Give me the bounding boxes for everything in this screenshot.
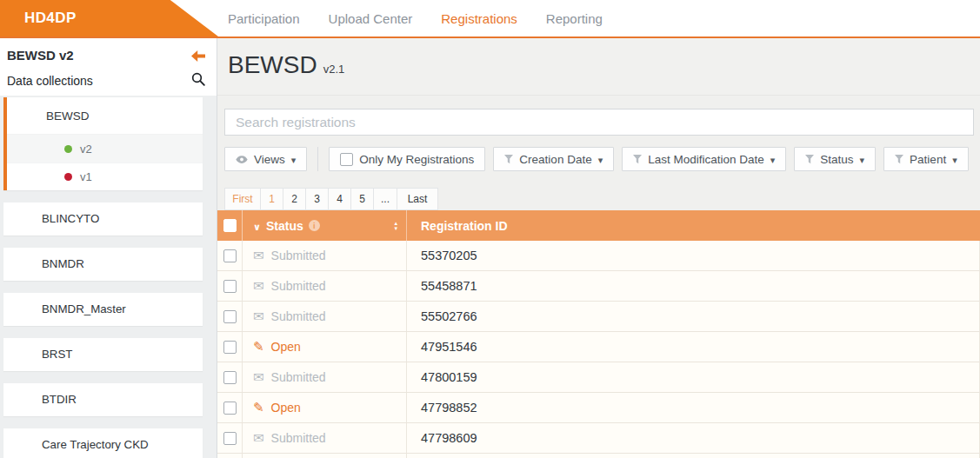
row-status-label: Open — [271, 401, 301, 415]
table-row[interactable]: Submitted 55370205 — [217, 241, 980, 271]
top-bar: HD4DP Participation Upload Center Regist… — [0, 0, 980, 38]
select-all-checkbox[interactable] — [223, 219, 237, 232]
pagination-first[interactable]: First — [225, 189, 261, 209]
creation-date-filter-button[interactable]: Creation Date — [493, 147, 614, 171]
app-logo-text: HD4DP — [24, 10, 77, 26]
table-row[interactable]: Submitted 55458871 — [217, 271, 980, 302]
row-checkbox-cell — [217, 241, 242, 270]
pagination-page-3[interactable]: 3 — [306, 189, 329, 209]
pagination-ellipsis: ... — [374, 189, 397, 209]
row-checkbox-cell — [217, 423, 242, 453]
views-dropdown-button[interactable]: Views — [224, 147, 307, 171]
sort-icon[interactable] — [394, 221, 397, 230]
tab-participation[interactable]: Participation — [228, 11, 300, 26]
row-status-cell[interactable]: Open — [242, 332, 406, 362]
title-band: BEWSDv2.1 — [217, 38, 980, 96]
row-status-cell[interactable]: Submitted — [242, 362, 406, 392]
table-row-partial — [217, 454, 980, 458]
tab-registrations[interactable]: Registrations — [441, 11, 517, 26]
row-registration-id: 47798609 — [406, 423, 980, 453]
collection-version-v2[interactable]: v2 — [7, 135, 203, 163]
sidebar-header: BEWSD v2 Data collections — [0, 38, 217, 96]
eye-icon — [236, 156, 248, 163]
table-row[interactable]: Submitted 47798609 — [217, 423, 980, 454]
envelope-icon — [253, 309, 264, 324]
row-registration-id: 55370205 — [406, 241, 980, 270]
collection-item-bewsd[interactable]: BEWSD — [7, 97, 203, 135]
pagination-page-2[interactable]: 2 — [283, 189, 306, 209]
info-icon[interactable] — [309, 220, 320, 231]
caret-down-icon — [291, 153, 297, 166]
row-checkbox[interactable] — [223, 310, 237, 323]
row-checkbox[interactable] — [223, 432, 237, 445]
table-row[interactable]: Submitted 47800159 — [217, 362, 980, 393]
column-header-registration-id[interactable]: Registration ID — [406, 210, 980, 241]
table-row[interactable]: Open 47798852 — [217, 393, 980, 423]
registrations-table: Status Registration ID Submitted 5537020… — [217, 210, 980, 458]
status-filter-label: Status — [820, 153, 853, 166]
collection-item-btdir[interactable]: BTDIR — [3, 383, 203, 416]
row-registration-id: 55502766 — [406, 302, 980, 331]
data-collections-list: BEWSD v2 v1 BLINCYTO BNMDR BNMDR_Master … — [0, 96, 217, 458]
search-registrations-input[interactable] — [224, 109, 974, 136]
row-status-cell[interactable]: Open — [242, 393, 406, 422]
status-column-label: Status — [266, 219, 303, 233]
page-title-text: BEWSD — [228, 51, 317, 78]
views-label: Views — [254, 153, 285, 166]
row-checkbox[interactable] — [223, 280, 237, 293]
tab-upload-center[interactable]: Upload Center — [329, 11, 413, 26]
app-logo[interactable]: HD4DP — [0, 0, 218, 37]
pagination-page-5[interactable]: 5 — [351, 189, 374, 209]
row-status-cell[interactable]: Submitted — [242, 241, 406, 270]
last-modification-date-filter-button[interactable]: Last Modification Date — [622, 147, 786, 171]
pagination-page-1[interactable]: 1 — [261, 189, 283, 209]
row-checkbox[interactable] — [223, 402, 237, 415]
main-content: BEWSDv2.1 Views Only My Registrations Cr… — [217, 38, 980, 458]
row-status-cell — [242, 454, 406, 458]
sidebar-search-button[interactable] — [191, 72, 205, 90]
collection-item-blincyto[interactable]: BLINCYTO — [3, 202, 203, 236]
caret-down-icon — [860, 153, 865, 166]
sidebar-collapse-button[interactable] — [191, 50, 205, 65]
pagination-page-4[interactable]: 4 — [329, 189, 351, 209]
pagination-last[interactable]: Last — [397, 189, 437, 209]
collection-item-brst[interactable]: BRST — [3, 338, 203, 371]
column-header-status[interactable]: Status — [242, 210, 406, 241]
row-status-cell[interactable]: Submitted — [242, 423, 406, 453]
collection-version-v1[interactable]: v1 — [7, 163, 203, 190]
table-header-row: Status Registration ID — [217, 210, 980, 241]
filter-funnel-icon — [895, 155, 903, 164]
chevron-down-icon — [253, 218, 261, 234]
collection-item-bnmdr-master[interactable]: BNMDR_Master — [3, 293, 203, 326]
row-checkbox-cell — [217, 302, 242, 331]
envelope-icon — [253, 430, 264, 446]
row-status-cell[interactable]: Submitted — [242, 302, 406, 331]
sidebar-section-label: Data collections — [7, 74, 93, 88]
row-status-label: Open — [271, 340, 301, 354]
row-checkbox[interactable] — [223, 371, 237, 384]
envelope-icon — [253, 248, 264, 263]
row-status-cell[interactable]: Submitted — [242, 271, 406, 301]
tab-reporting[interactable]: Reporting — [546, 11, 603, 26]
row-checkbox[interactable] — [223, 341, 237, 354]
search-icon — [191, 72, 205, 86]
table-row[interactable]: Submitted 55502766 — [217, 302, 980, 332]
collection-item-bnmdr[interactable]: BNMDR — [3, 248, 203, 281]
row-status-label: Submitted — [271, 249, 326, 262]
status-filter-button[interactable]: Status — [794, 147, 876, 171]
left-arrow-icon — [191, 50, 205, 62]
main-nav: Participation Upload Center Registration… — [228, 0, 603, 37]
filter-funnel-icon — [504, 155, 513, 164]
envelope-icon — [253, 369, 264, 385]
row-status-label: Submitted — [271, 431, 326, 445]
patient-filter-button[interactable]: Patient — [883, 147, 969, 171]
table-row[interactable]: Open 47951546 — [217, 332, 980, 362]
collection-item-care-trajectory-ckd[interactable]: Care Trajectory CKD — [3, 428, 203, 458]
status-dot-red-icon — [64, 173, 72, 181]
only-my-registrations-toggle[interactable]: Only My Registrations — [329, 147, 485, 171]
patient-filter-label: Patient — [910, 153, 946, 166]
only-my-registrations-checkbox[interactable] — [340, 153, 353, 166]
row-checkbox[interactable] — [223, 249, 237, 262]
caret-down-icon — [952, 153, 957, 166]
page-title: BEWSDv2.1 — [228, 51, 344, 79]
